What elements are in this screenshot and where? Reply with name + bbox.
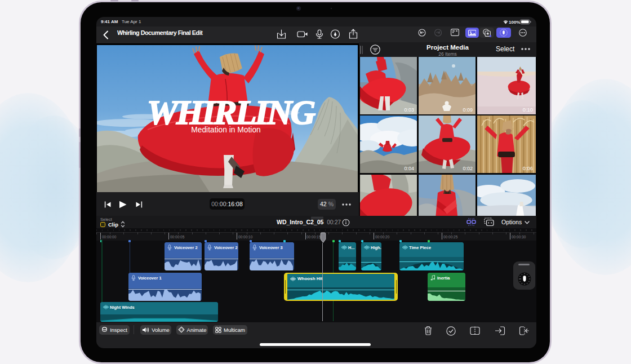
- svg-text:0:06: 0:06: [523, 166, 533, 171]
- svg-text:0:02: 0:02: [463, 166, 473, 171]
- svg-text:0:03: 0:03: [404, 107, 414, 113]
- svg-text:Meditation in Motion: Meditation in Motion: [191, 126, 260, 134]
- svg-text:0:09: 0:09: [463, 107, 473, 113]
- svg-text:0:04: 0:04: [404, 166, 414, 171]
- svg-text:0:10: 0:10: [523, 107, 533, 113]
